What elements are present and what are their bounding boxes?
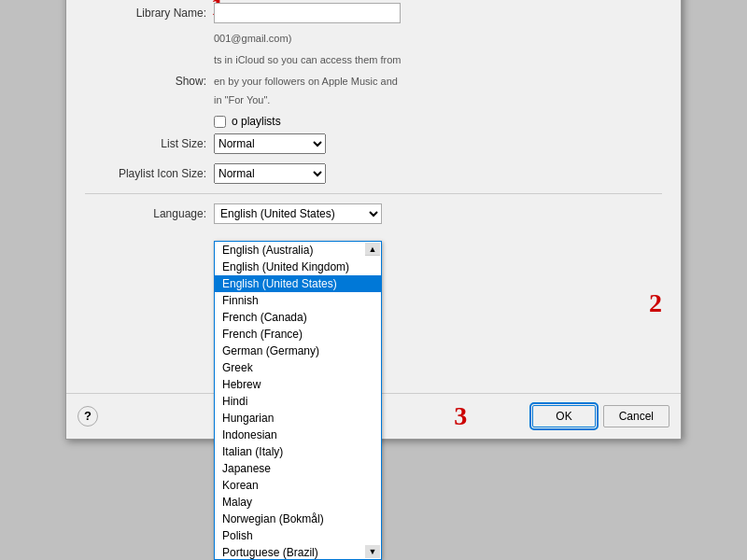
dropdown-item[interactable]: Japanese xyxy=(215,460,381,477)
list-size-select[interactable]: Normal Large xyxy=(214,133,326,154)
dropdown-item[interactable]: Hindi xyxy=(215,393,381,410)
icloud-info-text: ts in iCloud so you can access them from xyxy=(214,53,662,67)
scroll-up-arrow[interactable]: ▲ xyxy=(365,243,380,256)
show-label: Show: xyxy=(85,75,206,88)
apple-id-value: 001@gmail.com) xyxy=(214,33,291,44)
dropdown-item[interactable]: Korean xyxy=(215,477,381,494)
dropdown-item[interactable]: Polish xyxy=(215,527,381,544)
dropdown-item[interactable]: French (France) xyxy=(215,326,381,343)
show-text-1: en by your followers on Apple Music and xyxy=(214,76,398,87)
content-area: 1 Library Name: 001@gmail.com) ts in iCl… xyxy=(66,0,681,384)
step-3-number: 3 xyxy=(454,401,467,431)
library-name-input-container xyxy=(214,3,662,23)
playlist-icon-size-label: Playlist Icon Size: xyxy=(85,167,206,180)
library-name-row: Library Name: xyxy=(85,3,662,23)
help-button[interactable]: ? xyxy=(78,406,98,427)
scroll-down-arrow[interactable]: ▼ xyxy=(365,545,380,558)
show-checkbox[interactable] xyxy=(214,116,226,128)
dropdown-item[interactable]: German (Germany) xyxy=(215,343,381,359)
language-select[interactable]: English (United States) xyxy=(214,203,382,224)
language-dropdown-container: English (United States) xyxy=(214,203,382,224)
bottom-right: 3 OK Cancel xyxy=(454,401,669,431)
apple-id-row: 001@gmail.com) xyxy=(85,33,662,44)
playlist-icon-size-row: Playlist Icon Size: Normal Large xyxy=(85,163,662,184)
dropdown-item[interactable]: Portuguese (Brazil) xyxy=(215,544,381,559)
dropdown-item[interactable]: Hebrew xyxy=(215,376,381,393)
show-checkbox-label: o playlists xyxy=(232,115,281,128)
dropdown-item[interactable]: English (United States) xyxy=(215,275,381,292)
dropdown-item[interactable]: Hungarian xyxy=(215,410,381,427)
language-section: Language: English (United States) ▲ Engl… xyxy=(85,203,662,224)
list-size-label: List Size: xyxy=(85,137,206,150)
dropdown-scroll-area[interactable]: English (Australia)English (United Kingd… xyxy=(215,242,381,559)
playlist-icon-size-select[interactable]: Normal Large xyxy=(214,163,326,184)
dropdown-item[interactable]: French (Canada) xyxy=(215,309,381,326)
show-row: Show: en by your followers on Apple Musi… xyxy=(85,75,662,88)
dialog-buttons: OK Cancel xyxy=(532,405,669,427)
step-2-number: 2 xyxy=(649,288,662,318)
language-label: Language: xyxy=(85,207,206,220)
language-row: Language: English (United States) xyxy=(85,203,662,224)
show-checkbox-row: o playlists xyxy=(214,115,662,128)
dropdown-item[interactable]: English (United Kingdom) xyxy=(215,259,381,275)
show-text-2: in "For You". xyxy=(214,93,662,107)
list-size-row: List Size: Normal Large xyxy=(85,133,662,154)
dropdown-item[interactable]: Malay xyxy=(215,494,381,511)
dropdown-item[interactable]: Greek xyxy=(215,359,381,376)
library-name-label: Library Name: xyxy=(85,7,206,20)
library-name-input[interactable] xyxy=(214,3,401,23)
dropdown-item[interactable]: Norwegian (Bokmål) xyxy=(215,511,381,527)
cancel-button[interactable]: Cancel xyxy=(603,405,669,427)
language-dropdown-open: ▲ English (Australia)English (United Kin… xyxy=(214,241,382,560)
dropdown-item[interactable]: Italian (Italy) xyxy=(215,443,381,460)
dropdown-item[interactable]: English (Australia) xyxy=(215,242,381,259)
ok-button[interactable]: OK xyxy=(532,405,595,427)
dropdown-item[interactable]: Indonesian xyxy=(215,427,381,443)
dropdown-item[interactable]: Finnish xyxy=(215,292,381,309)
preferences-window: ♪ General Preferences ✕ General xyxy=(65,0,682,440)
